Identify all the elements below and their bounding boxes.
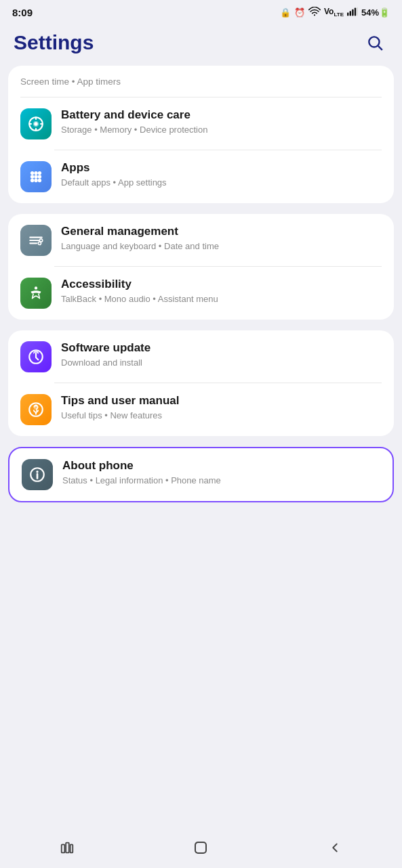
bars-icon — [347, 7, 358, 18]
search-icon — [366, 34, 384, 51]
battery-icon-bg — [20, 108, 52, 139]
screen-time-card[interactable]: Screen time • App timers Battery and dev… — [8, 66, 394, 203]
general-text: General management Language and keyboard… — [61, 225, 382, 253]
svg-rect-38 — [62, 844, 65, 852]
svg-rect-4 — [355, 7, 356, 16]
tips-item[interactable]: Tips and user manual Useful tips • New f… — [8, 383, 394, 436]
accessibility-icon — [27, 284, 45, 302]
screen-time-item[interactable]: Screen time • App timers — [8, 66, 394, 97]
software-title: Software update — [61, 341, 382, 355]
accessibility-icon-bg — [20, 278, 52, 309]
svg-rect-1 — [347, 13, 348, 16]
status-bar: 8:09 🔒 ⏰ VoLTE 54%🔋 — [0, 0, 402, 22]
battery-text: Battery and device care Storage • Memory… — [61, 108, 382, 136]
svg-rect-5 — [357, 7, 358, 16]
about-phone-card[interactable]: About phone Status • Legal information •… — [8, 447, 394, 502]
svg-point-0 — [314, 14, 315, 16]
apps-text: Apps Default apps • App settings — [61, 161, 382, 189]
svg-point-17 — [31, 175, 34, 178]
about-subtitle: Status • Legal information • Phone name — [62, 475, 380, 487]
alarm-icon: ⏰ — [294, 7, 305, 18]
apps-icon — [27, 168, 45, 186]
about-icon — [28, 466, 46, 483]
svg-point-34 — [35, 412, 37, 413]
recent-apps-icon — [60, 840, 75, 855]
general-item[interactable]: General management Language and keyboard… — [8, 214, 394, 267]
svg-point-37 — [36, 471, 38, 473]
svg-point-27 — [38, 242, 41, 244]
status-icons: 🔒 ⏰ VoLTE 54%🔋 — [280, 7, 390, 18]
software-card: Software update Download and install Tip… — [8, 330, 394, 436]
svg-rect-40 — [70, 844, 73, 852]
home-button[interactable] — [180, 834, 221, 861]
general-icon — [27, 232, 45, 249]
svg-point-14 — [31, 171, 34, 175]
general-subtitle: Language and keyboard • Date and time — [61, 240, 382, 253]
software-icon-bg — [20, 341, 52, 372]
battery-subtitle: Storage • Memory • Device protection — [61, 124, 382, 136]
back-icon — [327, 840, 342, 855]
general-card: General management Language and keyboard… — [8, 214, 394, 320]
apps-item[interactable]: Apps Default apps • App settings — [8, 150, 394, 203]
general-title: General management — [61, 225, 382, 238]
accessibility-item[interactable]: Accessibility TalkBack • Mono audio • As… — [8, 267, 394, 320]
search-button[interactable] — [361, 29, 388, 56]
software-item[interactable]: Software update Download and install — [8, 330, 394, 383]
svg-rect-3 — [352, 9, 353, 16]
svg-rect-2 — [350, 11, 351, 16]
tips-text: Tips and user manual Useful tips • New f… — [61, 394, 382, 422]
apps-subtitle: Default apps • App settings — [61, 177, 382, 189]
svg-point-21 — [34, 179, 37, 182]
svg-point-22 — [38, 179, 41, 182]
svg-point-19 — [38, 175, 41, 178]
about-icon-bg — [22, 459, 53, 490]
svg-point-6 — [369, 37, 379, 47]
about-text: About phone Status • Legal information •… — [62, 459, 380, 487]
svg-point-16 — [38, 171, 41, 175]
signal-icon: VoLTE — [324, 7, 344, 18]
tips-subtitle: Useful tips • New features — [61, 410, 382, 422]
svg-point-18 — [34, 175, 37, 178]
settings-header: Settings — [0, 22, 402, 66]
software-subtitle: Download and install — [61, 357, 382, 369]
about-title: About phone — [62, 459, 380, 473]
page-title: Settings — [14, 31, 94, 54]
software-icon — [27, 348, 45, 366]
tips-icon — [27, 401, 45, 418]
home-icon — [193, 840, 209, 856]
svg-rect-41 — [195, 842, 206, 853]
svg-point-28 — [35, 286, 37, 289]
status-time: 8:09 — [12, 7, 33, 18]
battery-item[interactable]: Battery and device care Storage • Memory… — [8, 97, 394, 150]
about-item[interactable]: About phone Status • Legal information •… — [9, 448, 393, 501]
svg-point-9 — [34, 122, 37, 125]
apps-title: Apps — [61, 161, 382, 175]
wifi-icon — [308, 7, 321, 18]
lock-icon: 🔒 — [280, 7, 291, 18]
battery-device-icon — [27, 115, 45, 133]
svg-point-20 — [31, 179, 34, 182]
svg-line-7 — [378, 46, 382, 50]
software-text: Software update Download and install — [61, 341, 382, 369]
navigation-bar — [0, 830, 402, 868]
tips-icon-bg — [20, 394, 52, 425]
screen-time-subtitle: Screen time • App timers — [20, 77, 121, 87]
battery-title: Battery and device care — [61, 108, 382, 122]
svg-rect-39 — [66, 843, 69, 853]
recent-apps-button[interactable] — [47, 834, 87, 861]
svg-point-15 — [34, 171, 37, 175]
accessibility-subtitle: TalkBack • Mono audio • Assistant menu — [61, 293, 382, 305]
battery-icon: 54%🔋 — [361, 7, 390, 18]
general-icon-bg — [20, 225, 52, 256]
tips-title: Tips and user manual — [61, 394, 382, 408]
apps-icon-bg — [20, 161, 52, 192]
back-button[interactable] — [315, 834, 355, 861]
accessibility-text: Accessibility TalkBack • Mono audio • As… — [61, 278, 382, 305]
accessibility-title: Accessibility — [61, 278, 382, 291]
